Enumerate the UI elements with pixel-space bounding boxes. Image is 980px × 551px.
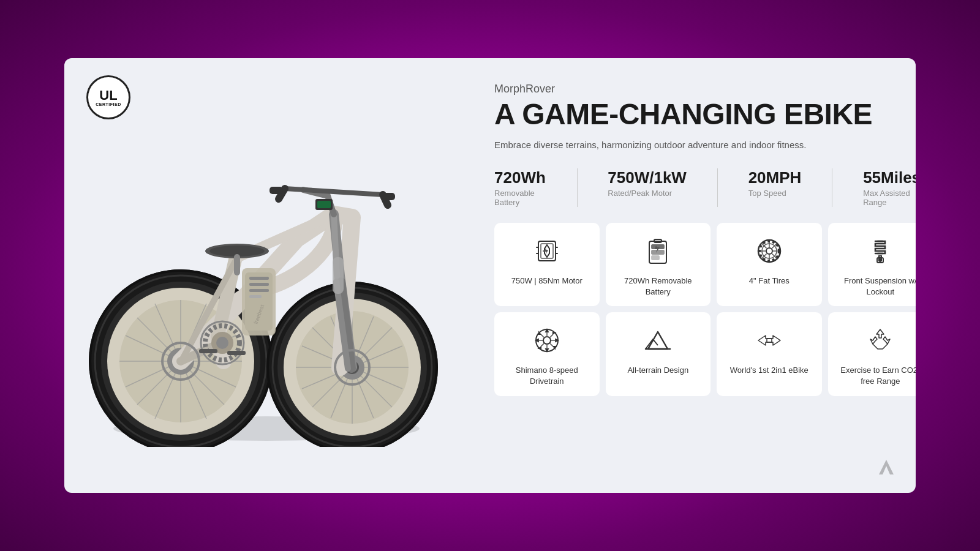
feature-2in1: World's 1st 2in1 eBike [717,312,822,395]
svg-rect-74 [317,201,331,208]
motor-label: 750W | 85Nm Motor [511,276,582,287]
feature-co2: Exercise to Earn CO2-free Range [828,312,916,395]
svg-rect-82 [652,256,659,260]
stat-range: 55Miles ? Max Assisted Range [863,168,916,207]
battery-icon [641,234,675,268]
tires-icon [752,234,786,268]
svg-line-110 [549,343,553,347]
stat-speed-label: Top Speed [748,189,802,198]
svg-rect-57 [249,277,269,280]
feature-battery: 720Wh Removable Battery [606,223,711,306]
stat-battery-value: 720Wh [494,168,546,187]
stat-speed: 20MPH Top Speed [748,168,802,207]
feature-drivetrain: Shimano 8-speed Drivetrain [494,312,600,395]
bike-illustration: freebeat [77,104,456,447]
svg-rect-59 [249,289,269,292]
product-card: UL CERTIFIED [64,58,916,493]
svg-point-85 [766,248,772,254]
stats-row: 720Wh Removable Battery 750W/1kW Rated/P… [494,168,916,207]
suspension-icon [863,234,897,268]
feature-tires: 4" Fat Tires [717,223,822,306]
ul-text: UL [99,89,117,102]
svg-line-112 [541,343,545,347]
drivetrain-icon [530,323,564,358]
stat-range-value: 55Miles ? [863,168,916,187]
stat-speed-value: 20MPH [748,168,802,187]
stat-motor-label: Rated/Peak Motor [608,189,687,198]
stat-battery: 720Wh Removable Battery [494,168,546,207]
motor-icon [530,234,564,268]
svg-rect-65 [382,193,395,200]
co2-icon [863,323,897,358]
svg-line-109 [541,334,545,338]
stat-motor: 750W/1kW Rated/Peak Motor [608,168,687,207]
drivetrain-label: Shimano 8-speed Drivetrain [503,365,591,387]
brand-name: MorphRover [494,83,916,96]
stat-divider-2 [717,168,718,207]
stat-motor-value: 750W/1kW [608,168,687,187]
main-title: A GAME-CHANGING EBIKE [494,99,916,130]
suspension-label: Front Suspension w/ Lockout [837,276,916,298]
terrain-icon [641,323,675,358]
bike-section: UL CERTIFIED [64,58,469,493]
stat-range-label: Max Assisted Range [863,189,916,207]
svg-point-102 [879,259,881,261]
stat-divider-3 [832,168,832,207]
svg-rect-71 [199,349,217,353]
info-section: MorphRover A GAME-CHANGING EBIKE Embrace… [469,58,916,493]
svg-rect-64 [270,187,283,194]
svg-rect-60 [249,295,262,298]
stat-battery-label: Removable Battery [494,189,546,207]
features-grid: 750W | 85Nm Motor 720Wh Removable Batte [494,223,916,396]
feature-suspension: Front Suspension w/ Lockout [828,223,916,306]
tires-label: 4" Fat Tires [749,276,790,287]
svg-rect-63 [333,257,344,294]
battery-label: 720Wh Removable Battery [614,276,703,298]
stat-divider-1 [577,168,578,207]
subtitle: Embrace diverse terrains, harmonizing ou… [494,138,886,152]
feature-motor: 750W | 85Nm Motor [494,223,600,306]
svg-line-111 [549,334,553,338]
2in1-label: World's 1st 2in1 eBike [730,365,809,376]
svg-rect-58 [249,283,269,286]
svg-rect-81 [652,250,664,254]
bottom-logo [874,455,899,482]
svg-point-52 [216,337,228,349]
svg-rect-72 [227,351,246,355]
bike-image: freebeat [77,104,456,447]
2in1-icon [752,323,786,358]
co2-label: Exercise to Earn CO2-free Range [837,365,916,387]
terrain-label: All-terrain Design [627,365,688,376]
feature-terrain: All-terrain Design [606,312,711,395]
